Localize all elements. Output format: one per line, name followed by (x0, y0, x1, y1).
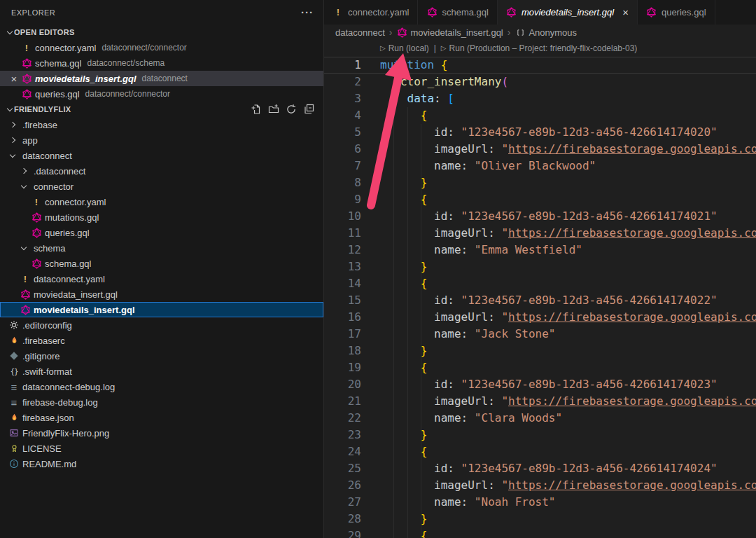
code-line-29[interactable]: 29 { (324, 527, 756, 538)
code-line-10[interactable]: 10 id: "123e4567-e89b-12d3-a456-42661417… (324, 208, 756, 225)
log-icon: ≡ (8, 381, 20, 392)
tree-item-queries.gql[interactable]: queries.gql (0, 225, 323, 240)
tree-item-connector[interactable]: connector (0, 179, 323, 194)
tree-item-.dataconnect[interactable]: .dataconnect (0, 163, 323, 179)
breadcrumb-item-dataconnect[interactable]: dataconnect (335, 27, 385, 38)
tree-item-label: schema.gql (45, 258, 91, 269)
run-production-action[interactable]: ▷ Run (Production – Project: friendly-fl… (441, 40, 638, 57)
code-line-22[interactable]: 22 name: "Clara Woods" (324, 410, 756, 427)
code-line-20[interactable]: 20 id: "123e4567-e89b-12d3-a456-42661417… (324, 376, 756, 393)
tree-item-firebase-debug.log[interactable]: ≡firebase-debug.log (0, 394, 323, 410)
line-number: 11 (324, 225, 361, 242)
flame-icon (8, 335, 20, 346)
tree-item-label: LICENSE (22, 443, 62, 454)
project-header[interactable]: FRIENDLYFLIX (0, 102, 323, 117)
line-number: 6 (324, 141, 361, 158)
tree-item-.editorconfig[interactable]: .editorconfig (0, 317, 323, 333)
code-line-25[interactable]: 25 id: "123e4567-e89b-12d3-a456-42661417… (324, 460, 756, 477)
tree-item-label: firebase-debug.log (22, 397, 98, 408)
line-content: imageUrl: "https://firebasestorage.googl… (361, 393, 756, 410)
code-line-8[interactable]: 8 } (324, 174, 756, 191)
code-line-27[interactable]: 27 name: "Noah Frost" (324, 494, 756, 511)
code-line-19[interactable]: 19 { (324, 359, 756, 376)
graphql-icon (21, 88, 32, 99)
chevron-right-icon (10, 137, 15, 143)
code-editor[interactable]: ▷ Run (local) | ▷ Run (Production – Proj… (324, 40, 756, 538)
tree-item-dataconnect[interactable]: dataconnect (0, 148, 323, 163)
info-icon (8, 458, 20, 469)
code-line-15[interactable]: 15 id: "123e4567-e89b-12d3-a456-42661417… (324, 292, 756, 309)
open-editor-name: schema.gql (35, 58, 81, 69)
code-line-23[interactable]: 23 } (324, 427, 756, 443)
project-label: FRIENDLYFLIX (14, 105, 71, 113)
code-line-24[interactable]: 24 { (324, 443, 756, 460)
code-line-7[interactable]: 7 name: "Oliver Blackwood" (324, 158, 756, 174)
refresh-icon[interactable] (286, 104, 297, 115)
open-editor-item[interactable]: schema.gqldataconnect/schema (0, 55, 323, 71)
code-line-11[interactable]: 11 imageUrl: "https://firebasestorage.go… (324, 225, 756, 242)
tree-item-firebase.json[interactable]: firebase.json (0, 410, 323, 425)
tab-moviedetails_insert.gql[interactable]: moviedetails_insert.gql× (498, 0, 638, 25)
close-icon[interactable]: × (622, 6, 629, 18)
breadcrumb-item-moviedetails_insert.gql[interactable]: moviedetails_insert.gql (397, 27, 503, 38)
collapse-all-icon[interactable] (303, 104, 314, 115)
code-line-5[interactable]: 5 id: "123e4567-e89b-12d3-a456-426614174… (324, 124, 756, 141)
tree-item-label: .dataconnect (34, 166, 85, 177)
line-number: 5 (324, 124, 361, 141)
tree-item-.firebase[interactable]: .firebase (0, 117, 323, 132)
tree-item-schema[interactable]: schema (0, 240, 323, 256)
open-editor-item[interactable]: !connector.yamldataconnect/connector (0, 40, 323, 55)
tree-item-schema.gql[interactable]: schema.gql (0, 256, 323, 271)
code-line-18[interactable]: 18 } (324, 343, 756, 359)
close-icon[interactable]: × (7, 73, 21, 85)
code-line-6[interactable]: 6 imageUrl: "https://firebasestorage.goo… (324, 141, 756, 158)
tree-item-FriendlyFlix-Hero.png[interactable]: FriendlyFlix-Hero.png (0, 425, 323, 441)
tree-item-.swift-format[interactable]: {}.swift-format (0, 364, 323, 379)
open-editor-detail: dataconnect/schema (87, 58, 164, 68)
new-file-icon[interactable] (251, 104, 262, 115)
tree-item-LICENSE[interactable]: LICENSE (0, 441, 323, 456)
open-editors-header[interactable]: OPEN EDITORS (0, 25, 323, 40)
code-line-16[interactable]: 16 imageUrl: "https://firebasestorage.go… (324, 309, 756, 326)
code-line-14[interactable]: 14 { (324, 275, 756, 292)
tree-item-.firebaserc[interactable]: .firebaserc (0, 333, 323, 348)
tree-item-app[interactable]: app (0, 132, 323, 148)
line-content: } (361, 427, 427, 443)
run-local-action[interactable]: ▷ Run (local) (380, 40, 429, 57)
line-number: 26 (324, 477, 361, 494)
code-line-2[interactable]: 2 actor_insertMany( (324, 74, 756, 90)
code-line-17[interactable]: 17 name: "Jack Stone" (324, 326, 756, 343)
tree-item-connector.yaml[interactable]: !connector.yaml (0, 194, 323, 209)
tree-item-.gitignore[interactable]: .gitignore (0, 348, 323, 364)
tab-queries.gql[interactable]: queries.gql (638, 0, 715, 25)
tree-item-label: app (22, 135, 38, 146)
code-line-4[interactable]: 4 { (324, 107, 756, 124)
tab-connector.yaml[interactable]: !connector.yaml (324, 0, 418, 25)
tree-item-mutations.gql[interactable]: mutations.gql (0, 209, 323, 225)
open-editor-item[interactable]: ×moviedetails_insert.gqldataconnect (0, 71, 323, 86)
more-actions-icon[interactable]: ··· (301, 6, 314, 18)
code-line-12[interactable]: 12 name: "Emma Westfield" (324, 242, 756, 258)
tree-item-moviedetails_insert.gql[interactable]: moviedetails_insert.gql (0, 302, 323, 317)
diamond-icon (8, 350, 20, 361)
code-line-3[interactable]: 3 data: [ (324, 90, 756, 107)
code-line-21[interactable]: 21 imageUrl: "https://firebasestorage.go… (324, 393, 756, 410)
tree-item-label: firebase.json (22, 413, 74, 423)
tree-item-moviedata_insert.gql[interactable]: moviedata_insert.gql (0, 287, 323, 302)
tree-item-dataconnect-debug.log[interactable]: ≡dataconnect-debug.log (0, 379, 323, 394)
codelens: ▷ Run (local) | ▷ Run (Production – Proj… (324, 40, 756, 57)
breadcrumb-item-Anonymous[interactable]: Anonymous (514, 27, 577, 38)
code-line-28[interactable]: 28 } (324, 511, 756, 527)
code-line-26[interactable]: 26 imageUrl: "https://firebasestorage.go… (324, 477, 756, 494)
line-content: } (361, 343, 427, 359)
tree-item-dataconnect.yaml[interactable]: !dataconnect.yaml (0, 271, 323, 287)
run-local-label: Run (local) (388, 40, 429, 57)
code-line-1[interactable]: 1mutation { (324, 57, 756, 74)
new-folder-icon[interactable] (268, 104, 279, 115)
code-line-13[interactable]: 13 } (324, 258, 756, 275)
tab-schema.gql[interactable]: schema.gql (418, 0, 497, 25)
line-content: name: "Clara Woods" (361, 410, 562, 427)
tree-item-README.md[interactable]: README.md (0, 456, 323, 471)
code-line-9[interactable]: 9 { (324, 191, 756, 208)
open-editor-item[interactable]: queries.gqldataconnect/connector (0, 86, 323, 102)
